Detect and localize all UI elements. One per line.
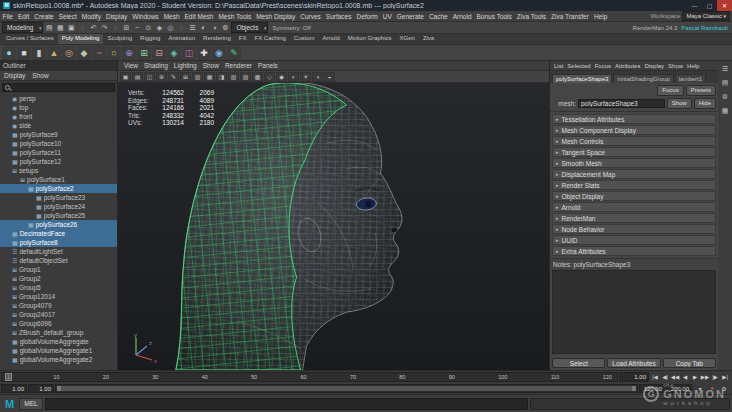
menu-item[interactable]: Create <box>32 11 57 22</box>
outliner-row[interactable]: ◉ top <box>0 103 117 112</box>
attribute-editor-tab-icon[interactable]: ▤ <box>720 78 730 88</box>
menu-set-dropdown[interactable]: Modeling <box>2 22 43 33</box>
snap-point-icon[interactable]: ⊙ <box>143 23 153 33</box>
new-scene-icon[interactable]: ▤ <box>44 23 54 33</box>
menu-item[interactable]: Deform <box>354 11 380 22</box>
safe-action-icon[interactable]: ▨ <box>240 72 251 82</box>
ae-menu-item[interactable]: Focus <box>593 61 613 71</box>
viewport-menu-item[interactable]: Panels <box>255 61 281 71</box>
ae-node-tab[interactable]: lambert1 <box>675 74 706 83</box>
ae-section-header[interactable]: Displacement Map <box>552 169 716 179</box>
shelf-plane-icon[interactable]: ◆ <box>77 46 91 60</box>
outliner-row[interactable]: ☰ defaultObjectSet <box>0 256 117 265</box>
shelf-bevel-icon[interactable]: ◈ <box>167 46 181 60</box>
animation-start-field[interactable]: 1.00 <box>1 384 27 393</box>
outliner-row[interactable]: ⊞ ZBrush_default_group <box>0 328 117 337</box>
shelf-tab[interactable]: Motion Graphics <box>344 34 396 44</box>
modeling-toolkit-tab-icon[interactable]: ▦ <box>720 106 730 116</box>
shelf-tab[interactable]: FX Caching <box>250 34 289 44</box>
2d-pan-zoom-icon[interactable]: ⊕ <box>156 72 167 82</box>
focus-button[interactable]: Focus <box>657 85 683 96</box>
snap-curve-icon[interactable]: ~ <box>132 23 142 33</box>
menu-item[interactable]: Generate <box>394 11 426 22</box>
ae-section-header[interactable]: Mesh Component Display <box>552 125 716 135</box>
grease-pencil-icon[interactable]: ✎ <box>168 72 179 82</box>
outliner-row[interactable]: ◉ side <box>0 121 117 130</box>
menu-item[interactable]: Mesh <box>161 11 182 22</box>
ae-section-header[interactable]: UUID <box>552 235 716 245</box>
outliner-row[interactable]: ▦ polySurface23 <box>0 193 117 202</box>
notes-textarea[interactable] <box>552 270 716 354</box>
wireframe-display-icon[interactable]: ◇ <box>264 72 275 82</box>
outliner-menu-item[interactable]: Display <box>4 72 25 79</box>
save-scene-icon[interactable]: ▣ <box>66 23 76 33</box>
menu-item[interactable]: UV <box>380 11 394 22</box>
ae-section-header[interactable]: Smooth Mesh <box>552 158 716 168</box>
outliner-row[interactable]: ⊞ Group5 <box>0 283 117 292</box>
shaded-display-icon[interactable]: ◆ <box>276 72 287 82</box>
textured-display-icon[interactable]: ◐ <box>288 72 299 82</box>
animation-end-field[interactable]: 200.00 <box>666 384 692 393</box>
undo-icon[interactable]: ↶ <box>88 23 98 33</box>
menu-item[interactable]: Curves <box>298 11 324 22</box>
outliner-search-input[interactable] <box>12 84 112 90</box>
go-to-start-icon[interactable]: |◀ <box>650 372 660 382</box>
viewport-canvas[interactable]: Verts: 124562 2069 Edges: 248731 4089 Fa… <box>118 83 549 370</box>
menu-item[interactable]: Modify <box>79 11 103 22</box>
menu-item[interactable]: Display <box>103 11 129 22</box>
outliner-row[interactable]: ⊞ Group4079 <box>0 301 117 310</box>
outliner-row[interactable]: ▦ polySurface10 <box>0 139 117 148</box>
anim-preferences-icon[interactable]: ⚙ <box>719 383 729 393</box>
film-gate-icon[interactable]: ▥ <box>192 72 203 82</box>
ae-footer-button[interactable]: Select <box>552 358 605 368</box>
snap-plane-icon[interactable]: ◈ <box>154 23 164 33</box>
ae-section-header[interactable]: RenderMan <box>552 213 716 223</box>
menu-item[interactable]: Help <box>591 11 609 22</box>
menu-item[interactable]: Ziva Transfer <box>548 11 591 22</box>
shadows-icon[interactable]: ◑ <box>312 72 323 82</box>
shelf-tab[interactable]: FX <box>235 34 251 44</box>
outliner-row[interactable]: ⊞ Group1 <box>0 265 117 274</box>
ae-node-tab[interactable]: polySurfaceShape3 <box>552 74 612 83</box>
range-handle-right[interactable] <box>632 386 636 391</box>
maximize-button[interactable]: ▢ <box>702 0 717 11</box>
shelf-cube-icon[interactable]: ■ <box>17 46 31 60</box>
shelf-combine-icon[interactable]: ⊞ <box>137 46 151 60</box>
menu-item[interactable]: Arnold <box>450 11 474 22</box>
current-time-field[interactable]: 1.00 <box>619 372 649 382</box>
construction-history-icon[interactable]: ☰ <box>187 23 197 33</box>
redo-icon[interactable]: ↷ <box>99 23 109 33</box>
go-to-end-icon[interactable]: ▶| <box>720 372 730 382</box>
menu-item[interactable]: Windows <box>130 11 161 22</box>
ae-menu-item[interactable]: Attributes <box>613 61 642 71</box>
outliner-row[interactable]: ⊞ Group24017 <box>0 310 117 319</box>
shelf-boolean-icon[interactable]: ⊕ <box>122 46 136 60</box>
shelf-quad-draw-icon[interactable]: ✎ <box>227 46 241 60</box>
viewport-menu-item[interactable]: Lighting <box>171 61 200 71</box>
shelf-multicut-icon[interactable]: ✚ <box>197 46 211 60</box>
ae-section-header[interactable]: Mesh Controls <box>552 136 716 146</box>
image-plane-icon[interactable]: ◫ <box>144 72 155 82</box>
ae-menu-item[interactable]: Help <box>685 61 701 71</box>
play-backwards-icon[interactable]: ◀ <box>680 372 690 382</box>
menu-item[interactable]: Edit <box>15 11 31 22</box>
shelf-tab[interactable]: Curves / Surfaces <box>2 34 58 44</box>
safe-title-icon[interactable]: ▩ <box>252 72 263 82</box>
channel-box-tab-icon[interactable]: ☰ <box>720 64 730 74</box>
menu-item[interactable]: Cache <box>426 11 450 22</box>
minimize-button[interactable]: — <box>687 0 702 11</box>
ae-footer-button[interactable]: Copy Tab <box>663 358 716 368</box>
mel-command-input[interactable] <box>45 398 528 410</box>
mel-toggle-button[interactable]: MEL <box>19 398 43 410</box>
shelf-sphere-icon[interactable]: ● <box>2 46 16 60</box>
viewport-menu-item[interactable]: Shading <box>141 61 171 71</box>
use-all-lights-icon[interactable]: ☀ <box>300 72 311 82</box>
presets-button[interactable]: Presets <box>686 85 716 96</box>
bookmarks-icon[interactable]: ▤ <box>132 72 143 82</box>
menu-item[interactable]: Edit Mesh <box>182 11 216 22</box>
shelf-target-weld-icon[interactable]: ◉ <box>212 46 226 60</box>
ae-menu-item[interactable]: Selected <box>565 61 592 71</box>
selection-mask-dropdown[interactable]: Objects <box>231 22 268 33</box>
outliner-row[interactable]: ⊞ Group2 <box>0 274 117 283</box>
outliner-row[interactable]: ▦ DecimatedFace <box>0 229 117 238</box>
